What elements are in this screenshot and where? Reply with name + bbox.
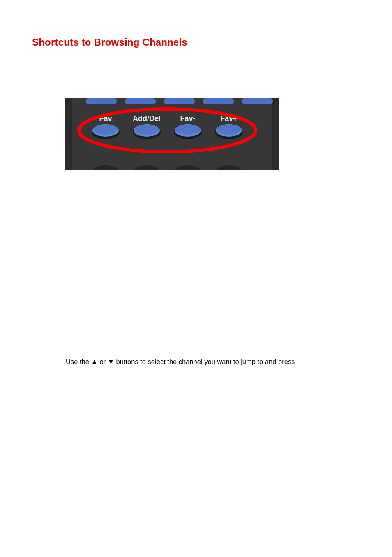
fav-plus-button xyxy=(215,124,243,139)
up-arrow-icon: ▲ xyxy=(91,358,97,365)
svg-point-12 xyxy=(134,125,159,135)
svg-point-15 xyxy=(175,125,200,135)
remote-control-photo: Fav Add/Del Fav- Fav+ xyxy=(65,98,279,170)
fav-button xyxy=(92,124,120,139)
instruction-prefix: Use the xyxy=(66,358,91,365)
svg-point-18 xyxy=(217,125,241,135)
instruction-mid: or xyxy=(98,358,108,365)
instruction-suffix: buttons to select the channel you want t… xyxy=(114,358,295,365)
page-heading: Shortcuts to Browsing Channels xyxy=(32,37,187,48)
svg-rect-5 xyxy=(203,98,234,104)
fav-minus-button xyxy=(174,124,202,139)
svg-point-9 xyxy=(93,125,118,135)
svg-rect-6 xyxy=(242,98,273,104)
fav-minus-label: Fav- xyxy=(180,114,195,123)
svg-rect-2 xyxy=(86,98,117,104)
add-del-button xyxy=(133,124,161,139)
remote-svg: Fav Add/Del Fav- Fav+ xyxy=(65,98,279,170)
add-del-label: Add/Del xyxy=(133,114,161,123)
instruction-text: Use the ▲ or ▼ buttons to select the cha… xyxy=(66,358,295,366)
svg-rect-4 xyxy=(164,98,195,104)
down-arrow-icon: ▼ xyxy=(108,358,114,365)
svg-rect-3 xyxy=(125,98,156,104)
